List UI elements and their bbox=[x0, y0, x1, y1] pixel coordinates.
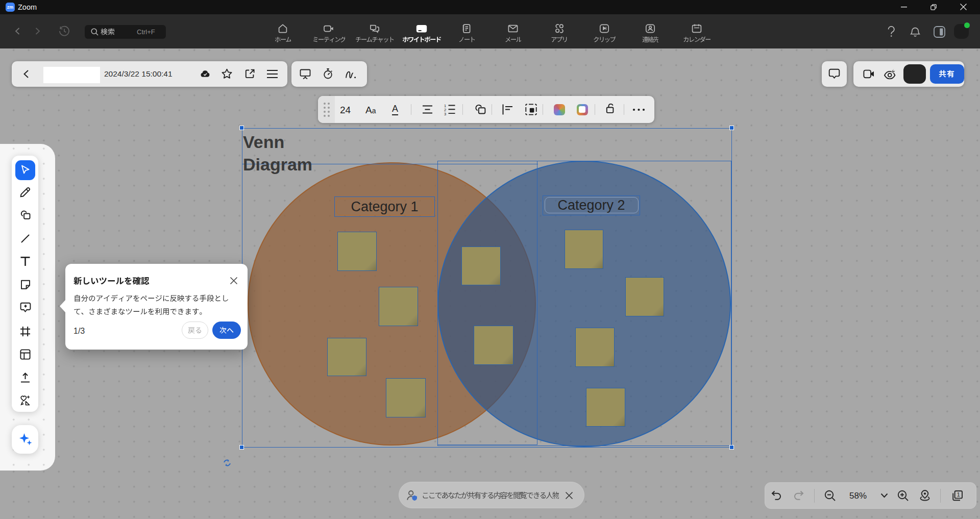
svg-text:3: 3 bbox=[444, 112, 446, 116]
svg-text:1: 1 bbox=[957, 491, 960, 498]
